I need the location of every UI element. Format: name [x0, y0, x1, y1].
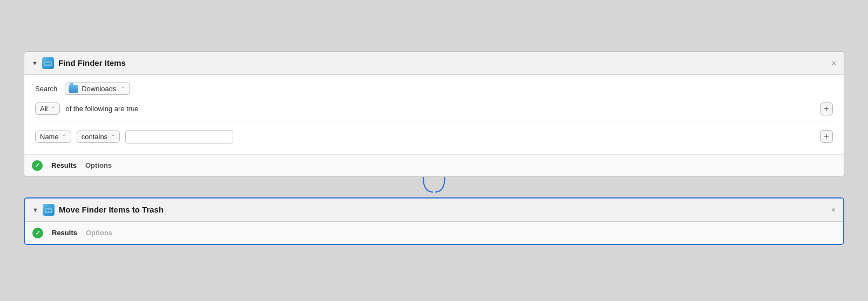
- location-dropdown-text: Downloads: [82, 85, 116, 93]
- condition-value-input[interactable]: [125, 130, 233, 143]
- card1-status-icon: ✓: [32, 160, 43, 171]
- card1-close-button[interactable]: ×: [832, 59, 836, 67]
- card2-options-tab[interactable]: Options: [86, 229, 112, 237]
- card1-header: ▼ Find Finder Items ×: [24, 52, 844, 75]
- search-row: Search Downloads ⌃: [35, 83, 833, 95]
- operator-select[interactable]: contains ⌃: [77, 131, 120, 143]
- card2-status-icon: ✓: [32, 228, 43, 238]
- card1-finder-icon: [42, 57, 54, 69]
- folder-icon: [69, 85, 78, 93]
- operator-chevron: ⌃: [111, 134, 115, 140]
- card2-finder-icon: [43, 204, 55, 216]
- filter-add-button[interactable]: +: [820, 102, 833, 115]
- card2-close-button[interactable]: ×: [831, 206, 836, 214]
- card2-results-tab[interactable]: Results: [52, 229, 77, 237]
- connector: [24, 177, 844, 197]
- search-label: Search: [35, 85, 57, 93]
- card1-collapse-arrow[interactable]: ▼: [32, 60, 38, 66]
- card2-collapse-arrow[interactable]: ▼: [32, 207, 38, 213]
- card2-title: Move Finder Items to Trash: [59, 205, 164, 214]
- qualifier-select[interactable]: All ⌃: [35, 102, 60, 115]
- condition-row: Name ⌃ contains ⌃ +: [35, 127, 833, 147]
- condition-add-button[interactable]: +: [820, 130, 833, 143]
- card1-footer: ✓ Results Options: [24, 154, 844, 176]
- card1-title: Find Finder Items: [58, 58, 126, 67]
- field-chevron: ⌃: [62, 134, 66, 140]
- move-finder-items-card: ▼ Move Finder Items to Trash × ✓ Results…: [24, 197, 844, 245]
- field-select[interactable]: Name ⌃: [35, 131, 71, 143]
- location-dropdown[interactable]: Downloads ⌃: [65, 83, 130, 95]
- card1-options-tab[interactable]: Options: [85, 161, 112, 169]
- find-finder-items-card: ▼ Find Finder Items × Search Download: [24, 51, 844, 177]
- qualifier-select-text: All: [40, 105, 48, 113]
- field-select-text: Name: [40, 133, 59, 141]
- card2-header: ▼ Move Finder Items to Trash ×: [25, 199, 843, 222]
- card1-body: Search Downloads ⌃ All ⌃ of the followin…: [24, 75, 844, 154]
- qualifier-chevron: ⌃: [51, 106, 55, 112]
- card1-results-tab[interactable]: Results: [51, 161, 77, 169]
- card2-footer: ✓ Results Options: [25, 222, 843, 244]
- location-dropdown-chevron: ⌃: [121, 86, 125, 92]
- filter-suffix-text: of the following are true: [65, 105, 138, 113]
- filter-row: All ⌃ of the following are true +: [35, 102, 833, 121]
- operator-select-text: contains: [82, 133, 107, 141]
- workspace: ▼ Find Finder Items × Search Download: [13, 46, 855, 256]
